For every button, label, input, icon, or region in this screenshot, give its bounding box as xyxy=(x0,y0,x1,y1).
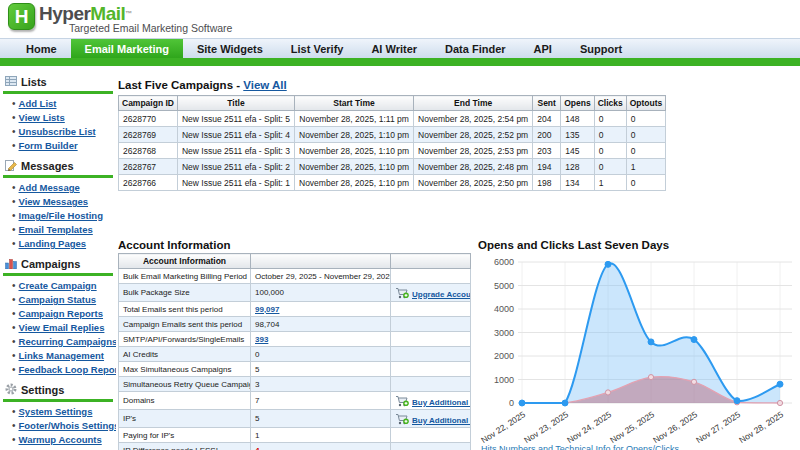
account-value-link[interactable]: 99,097 xyxy=(255,305,279,314)
sidebar-link-view-messages[interactable]: View Messages xyxy=(19,196,89,207)
column-header-end-time: End Time xyxy=(414,96,533,111)
upgrade-account-link[interactable]: Upgrade Account xyxy=(412,290,471,299)
sidebar-section-title-lists: Lists xyxy=(0,75,116,89)
account-label: Bulk Email Marketing Billing Period xyxy=(119,269,251,284)
campaign-cell-end-time: November 28, 2025, 2:53 pm xyxy=(414,143,533,159)
account-value-warning: 4 xyxy=(255,446,259,450)
campaign-cell-start-time: November 28, 2025, 1:10 pm xyxy=(295,175,414,191)
campaign-cell-start-time: November 28, 2025, 1:11 pm xyxy=(295,111,414,127)
campaign-cell-opens: 135 xyxy=(561,127,594,143)
sidebar-section-title-campaigns: Campaigns xyxy=(0,257,116,271)
account-label: Campaign Emails sent this period xyxy=(119,317,251,332)
column-header-sent: Sent xyxy=(533,96,561,111)
account-row-simultaneous-retry-queue-campaigns: Simultaneous Retry Queue Campaigns3 xyxy=(119,377,471,392)
campaigns-heading: Last Five Campaigns - View All xyxy=(118,79,287,91)
account-value-link[interactable]: 393 xyxy=(255,335,268,344)
account-action xyxy=(391,302,471,317)
nav-item-api[interactable]: API xyxy=(520,39,566,58)
account-value: 5 xyxy=(251,410,391,428)
column-header-optouts: Optouts xyxy=(626,96,666,111)
svg-text:Nov 27, 2025: Nov 27, 2025 xyxy=(694,409,742,445)
bullet: • xyxy=(12,98,16,109)
sidebar-section-label: Settings xyxy=(21,384,64,396)
last-five-campaigns-table: Campaign IDTitleStart TimeEnd TimeSentOp… xyxy=(118,95,666,191)
hypermail-dashboard: H HyperMail™ Targeted Email Marketing So… xyxy=(0,0,800,450)
sidebar-item-add-list: •Add List xyxy=(12,97,116,111)
sidebar-link-system-settings[interactable]: System Settings xyxy=(19,406,93,417)
buy-additional-ip-s-link[interactable]: Buy Additional IP's xyxy=(412,416,471,425)
account-row-smtp-api-forwards-singleemails: SMTP/API/Forwards/SingleEmails393 xyxy=(119,332,471,347)
sidebar-link-email-templates[interactable]: Email Templates xyxy=(19,224,93,235)
campaign-cell-optouts: 0 xyxy=(626,127,666,143)
campaign-cell-optouts: 1 xyxy=(626,159,666,175)
sidebar-link-feedback-loop-reports[interactable]: Feedback Loop Reports xyxy=(19,364,116,375)
account-row-ip-difference-needs-less: IP Difference needs LESS!4 xyxy=(119,443,471,450)
sidebar-item-recurring-campaigns: •Recurring Campaigns xyxy=(12,335,116,349)
sidebar-section-title-messages: Messages xyxy=(0,159,116,173)
account-row-domains: Domains7Buy Additional Domains xyxy=(119,392,471,410)
sidebar-link-campaign-reports[interactable]: Campaign Reports xyxy=(19,308,103,319)
account-action xyxy=(391,347,471,362)
bullet: • xyxy=(12,112,16,123)
sidebar-link-image-file-hosting[interactable]: Image/File Hosting xyxy=(19,210,103,221)
sidebar-item-unsubscribe-list: •Unsubscribe List xyxy=(12,125,116,139)
account-label: SMTP/API/Forwards/SingleEmails xyxy=(119,332,251,347)
sidebar-link-warmup-accounts[interactable]: Warmup Accounts xyxy=(19,434,102,445)
campaign-cell-sent: 203 xyxy=(533,143,561,159)
nav-item-list-verify[interactable]: List Verify xyxy=(277,39,358,58)
nav-item-home[interactable]: Home xyxy=(12,39,71,58)
sidebar-link-view-email-replies[interactable]: View Email Replies xyxy=(19,322,105,333)
account-label: Total Emails sent this period xyxy=(119,302,251,317)
account-header-spacer xyxy=(391,254,471,269)
nav-item-support[interactable]: Support xyxy=(566,39,636,58)
account-value-text: 98,704 xyxy=(255,320,279,329)
nav-item-ai-writer[interactable]: AI Writer xyxy=(357,39,431,58)
svg-text:2000: 2000 xyxy=(494,351,514,361)
account-action xyxy=(391,428,471,443)
trademark-symbol: ™ xyxy=(125,10,132,17)
column-header-title: Title xyxy=(177,96,294,111)
sidebar-item-links-management: •Links Management xyxy=(12,349,116,363)
buy-additional-domains-link[interactable]: Buy Additional Domains xyxy=(412,398,471,407)
sidebar-link-create-campaign[interactable]: Create Campaign xyxy=(19,280,97,291)
sidebar-link-add-list[interactable]: Add List xyxy=(19,98,57,109)
campaign-cell-sent: 200 xyxy=(533,127,561,143)
sidebar-link-view-lists[interactable]: View Lists xyxy=(19,112,65,123)
account-table-header: Account Information xyxy=(119,254,251,269)
sidebar-link-footer-whois-settings[interactable]: Footer/Whois Settings xyxy=(19,420,116,431)
sidebar-link-landing-pages[interactable]: Landing Pages xyxy=(19,238,87,249)
nav-item-site-widgets[interactable]: Site Widgets xyxy=(183,39,277,58)
campaign-cell-end-time: November 28, 2025, 2:52 pm xyxy=(414,127,533,143)
sidebar-link-add-message[interactable]: Add Message xyxy=(19,182,80,193)
cart-plus-icon xyxy=(395,290,412,299)
sidebar-link-unsubscribe-list[interactable]: Unsubscribe List xyxy=(19,126,96,137)
campaign-cell-opens: 128 xyxy=(561,159,594,175)
column-header-opens: Opens xyxy=(561,96,594,111)
view-all-link[interactable]: View All xyxy=(243,79,286,91)
sidebar-section-title-settings: Settings xyxy=(0,383,116,397)
sidebar-item-add-message: •Add Message xyxy=(12,181,116,195)
campaign-cell-start-time: November 28, 2025, 1:10 pm xyxy=(295,159,414,175)
campaign-cell-campaign-id: 2628768 xyxy=(119,143,178,159)
sidebar-link-campaign-status[interactable]: Campaign Status xyxy=(19,294,97,305)
account-row-max-simultaneous-campaigns: Max Simultaneous Campaigns5 xyxy=(119,362,471,377)
account-value-text: 0 xyxy=(255,350,259,359)
account-value-text: 5 xyxy=(255,414,259,423)
chart-footer-link[interactable]: Hits Numbers and Technical Info for Open… xyxy=(481,444,679,450)
sidebar-link-form-builder[interactable]: Form Builder xyxy=(19,140,78,151)
campaign-cell-campaign-id: 2628767 xyxy=(119,159,178,175)
nav-item-email-marketing[interactable]: Email Marketing xyxy=(71,39,183,58)
account-label: IP's xyxy=(119,410,251,428)
nav-item-data-finder[interactable]: Data Finder xyxy=(431,39,520,58)
sidebar-link-links-management[interactable]: Links Management xyxy=(19,350,105,361)
svg-text:Nov 28, 2025: Nov 28, 2025 xyxy=(737,409,785,445)
svg-text:5000: 5000 xyxy=(494,281,514,291)
svg-text:6000: 6000 xyxy=(494,257,514,267)
sidebar-link-recurring-campaigns[interactable]: Recurring Campaigns xyxy=(19,336,116,347)
account-row-campaign-emails-sent-this-period: Campaign Emails sent this period98,704 xyxy=(119,317,471,332)
account-action: Buy Additional Domains xyxy=(391,392,471,410)
hypermail-logo[interactable]: H HyperMail™ Targeted Email Marketing So… xyxy=(8,3,232,34)
column-header-campaign-id: Campaign ID xyxy=(119,96,178,111)
account-action xyxy=(391,332,471,347)
sidebar-item-footer-whois-settings: •Footer/Whois Settings xyxy=(12,419,116,433)
